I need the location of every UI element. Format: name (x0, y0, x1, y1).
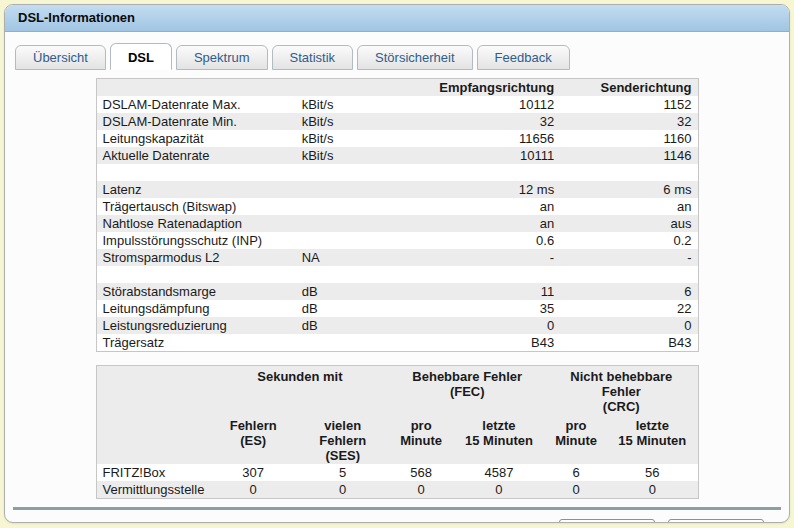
table-row (96, 266, 698, 283)
row-upstream-value: 0.2 (560, 232, 698, 249)
tab-content: Empfangsrichtung Senderichtung DSLAM-Dat… (5, 70, 789, 523)
row-upstream-value: 22 (560, 300, 698, 317)
tab-stoersicherheit[interactable]: Störsicherheit (357, 45, 472, 70)
row-label (96, 164, 296, 181)
sub-header-crc-last-15: letzte 15 Minuten (607, 415, 698, 464)
row-downstream-value (390, 266, 560, 283)
row-upstream-value (560, 266, 698, 283)
row-unit (296, 198, 391, 215)
row-fec-last-15: 0 (453, 481, 545, 499)
row-crc-per-minute: 6 (545, 464, 607, 481)
row-unit: kBit/s (296, 147, 391, 164)
table-row: Stromsparmodus L2 NA - - (96, 249, 698, 266)
row-label: Störabstandsmarge (96, 283, 296, 300)
row-label: Trägersatz (96, 334, 296, 352)
table-row (96, 164, 698, 181)
refresh-button[interactable]: Aktualisieren (559, 519, 655, 523)
table-row: Vermittlungsstelle 0 0 0 0 0 0 (96, 481, 698, 499)
table-row: Leitungskapazität kBit/s 11656 1160 (96, 130, 698, 147)
row-downstream-value: an (390, 215, 560, 232)
row-unit: kBit/s (296, 130, 391, 147)
table-row: Nahtlose Ratenadaption an aus (96, 215, 698, 232)
row-fec-per-minute: 0 (389, 481, 452, 499)
row-upstream-value: 6 (560, 283, 698, 300)
tab-uebersicht[interactable]: Übersicht (15, 45, 106, 70)
row-fec-per-minute: 568 (389, 464, 452, 481)
row-downstream-value: 10111 (390, 147, 560, 164)
row-downstream-value: 0 (390, 317, 560, 334)
row-label: Impulsstörungsschutz (INP) (96, 232, 296, 249)
button-row: Aktualisieren Hilfe (5, 510, 789, 523)
row-upstream-value: 6 ms (560, 181, 698, 198)
row-unit (296, 181, 391, 198)
row-label: DSLAM-Datenrate Max. (96, 96, 296, 113)
header-empty-unit (296, 79, 391, 97)
row-downstream-value: 11656 (390, 130, 560, 147)
row-unit (296, 215, 391, 232)
row-label: Trägertausch (Bitswap) (96, 198, 296, 215)
row-downstream-value: 32 (390, 113, 560, 130)
row-label (96, 266, 296, 283)
row-downstream-value: 11 (390, 283, 560, 300)
sub-header-crc-per-minute: pro Minute (545, 415, 607, 464)
dsl-table-header-row: Empfangsrichtung Senderichtung (96, 79, 698, 97)
error-table-sub-header-row: Fehlern (ES) vielen Fehlern (SES) pro Mi… (96, 415, 698, 464)
row-upstream-value: 1152 (560, 96, 698, 113)
dsl-table-body: DSLAM-Datenrate Max. kBit/s 10112 1152 D… (96, 96, 698, 352)
tab-dsl[interactable]: DSL (110, 43, 172, 70)
row-ses: 5 (296, 464, 389, 481)
row-label: DSLAM-Datenrate Min. (96, 113, 296, 130)
table-row: Leistungsreduzierung dB 0 0 (96, 317, 698, 334)
row-label: Leitungsdämpfung (96, 300, 296, 317)
table-row: Aktuelle Datenrate kBit/s 10111 1146 (96, 147, 698, 164)
table-row: Trägersatz B43 B43 (96, 334, 698, 352)
row-label: FRITZ!Box (96, 464, 210, 481)
row-unit: dB (296, 300, 391, 317)
group-header-sekunden-mit: Sekunden mit (210, 366, 389, 416)
table-row: Leitungsdämpfung dB 35 22 (96, 300, 698, 317)
group-header-empty (96, 366, 210, 416)
table-row: DSLAM-Datenrate Max. kBit/s 10112 1152 (96, 96, 698, 113)
row-upstream-value: 0 (560, 317, 698, 334)
sub-header-empty (96, 415, 210, 464)
row-unit: NA (296, 249, 391, 266)
dsl-parameters-table: Empfangsrichtung Senderichtung DSLAM-Dat… (96, 78, 699, 352)
row-downstream-value: B43 (390, 334, 560, 352)
row-label: Aktuelle Datenrate (96, 147, 296, 164)
help-button[interactable]: Hilfe (668, 519, 764, 523)
row-unit: dB (296, 317, 391, 334)
row-label: Vermittlungsstelle (96, 481, 210, 499)
table-row: FRITZ!Box 307 5 568 4587 6 56 (96, 464, 698, 481)
group-header-fec: Behebbare Fehler (FEC) (389, 366, 545, 416)
row-downstream-value: 12 ms (390, 181, 560, 198)
tab-feedback[interactable]: Feedback (477, 45, 570, 70)
row-crc-last-15: 0 (607, 481, 698, 499)
row-unit: dB (296, 283, 391, 300)
row-upstream-value: - (560, 249, 698, 266)
tab-spektrum[interactable]: Spektrum (176, 45, 268, 70)
row-es: 0 (210, 481, 296, 499)
sub-header-fec-per-minute: pro Minute (389, 415, 452, 464)
row-label: Stromsparmodus L2 (96, 249, 296, 266)
row-upstream-value (560, 164, 698, 181)
sub-header-es: Fehlern (ES) (210, 415, 296, 464)
row-upstream-value: aus (560, 215, 698, 232)
row-crc-last-15: 56 (607, 464, 698, 481)
row-downstream-value: - (390, 249, 560, 266)
row-upstream-value: 1160 (560, 130, 698, 147)
row-ses: 0 (296, 481, 389, 499)
tab-bar: Übersicht DSL Spektrum Statistik Störsic… (5, 32, 789, 70)
table-row: DSLAM-Datenrate Min. kBit/s 32 32 (96, 113, 698, 130)
error-counters-table: Sekunden mit Behebbare Fehler (FEC) Nich… (96, 365, 699, 499)
row-unit: kBit/s (296, 96, 391, 113)
sub-header-fec-last-15: letzte 15 Minuten (453, 415, 545, 464)
tab-statistik[interactable]: Statistik (272, 45, 354, 70)
header-empfangsrichtung: Empfangsrichtung (390, 79, 560, 97)
row-upstream-value: an (560, 198, 698, 215)
group-header-crc: Nicht behebbare Fehler (CRC) (545, 366, 698, 416)
row-unit (296, 266, 391, 283)
window-title: DSL-Informationen (5, 5, 789, 32)
row-crc-per-minute: 0 (545, 481, 607, 499)
error-table-group-header-row: Sekunden mit Behebbare Fehler (FEC) Nich… (96, 366, 698, 416)
header-senderichtung: Senderichtung (560, 79, 698, 97)
